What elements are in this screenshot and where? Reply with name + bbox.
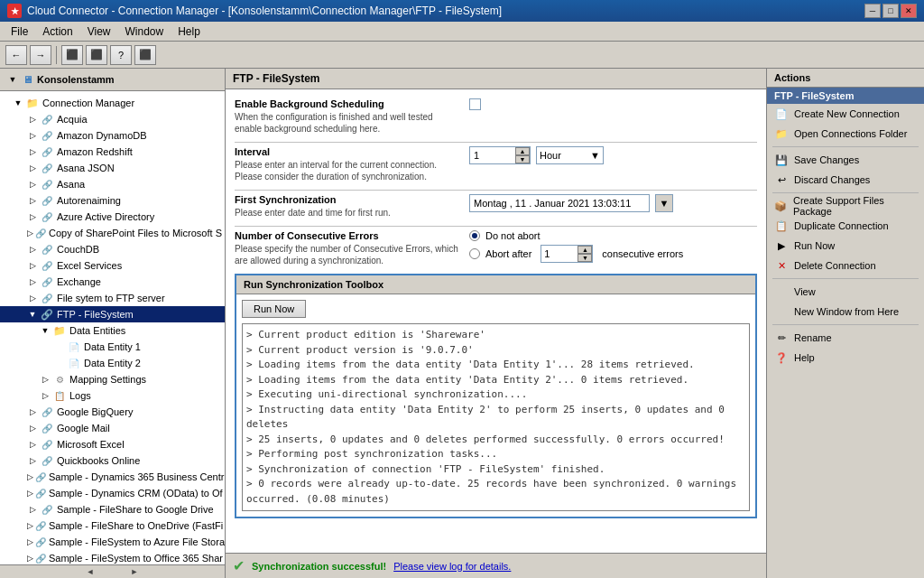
first-sync-hint: Please enter date and time for first run…	[235, 207, 460, 219]
action-help[interactable]: ❓ Help	[767, 348, 924, 368]
log-line-7: > Performing post synchronization tasks.…	[246, 447, 745, 462]
tree-item-logs[interactable]: ▷ 📋 Logs	[0, 387, 225, 404]
save-icon: 💾	[774, 153, 789, 167]
tree-item-data-entity-1[interactable]: 📄 Data Entity 1	[0, 339, 225, 355]
tree-item-connection-manager[interactable]: ▼ 📁 Connection Manager	[0, 95, 225, 111]
tree-item-autorename[interactable]: ▷ 🔗 Autorenaiming	[0, 192, 225, 209]
discard-icon: ↩	[774, 172, 789, 187]
menu-file[interactable]: File	[4, 23, 35, 40]
abort-after-radio[interactable]	[469, 248, 480, 259]
tree-item-sample-fileshare-onedrive[interactable]: ▷ 🔗 Sample - FileShare to OneDrive (Fast…	[0, 517, 225, 534]
tree-item-file-system-ftp[interactable]: ▷ 🔗 File sytem to FTP server	[0, 290, 225, 306]
menu-window[interactable]: Window	[118, 23, 171, 40]
bg-scheduling-section: Enable Background Scheduling When the co…	[235, 98, 757, 135]
toolbox-header: Run Synchronization Toolbox	[236, 275, 755, 294]
toolbar-btn-4[interactable]: ⬛	[134, 45, 156, 65]
tree-item-sample-dynamics365-bc[interactable]: ▷ 🔗 Sample - Dynamics 365 Business Centr	[0, 469, 225, 485]
toolbar-btn-1[interactable]: ⬛	[61, 45, 83, 65]
tree-item-google-bigquery[interactable]: ▷ 🔗 Google BigQuery	[0, 404, 225, 420]
menu-action[interactable]: Action	[35, 23, 79, 40]
abort-label-text: consecutive errors	[602, 248, 683, 259]
create-connection-label: Create New Connection	[794, 108, 900, 119]
action-open-connections-folder[interactable]: 📁 Open Connections Folder	[767, 124, 924, 144]
interval-spinner[interactable]: ▲ ▼	[515, 147, 530, 163]
tree-item-amazon-redshift[interactable]: ▷ 🔗 Amazon Redshift	[0, 144, 225, 160]
content-title: FTP - FileSystem	[226, 69, 766, 89]
action-create-new-connection[interactable]: 📄 Create New Connection	[767, 104, 924, 124]
interval-hint: Please enter an interval for the current…	[235, 159, 460, 182]
tree-item-couchdb[interactable]: ▷ 🔗 CouchDB	[0, 241, 225, 257]
close-button[interactable]: ✕	[901, 4, 917, 18]
abort-spinner[interactable]: ▲ ▼	[578, 246, 592, 262]
tree-item-excel-services[interactable]: ▷ 🔗 Excel Services	[0, 257, 225, 274]
minimize-button[interactable]: ─	[864, 4, 881, 18]
tree-root[interactable]: ▼ 🖥 Konsolenstamm	[5, 71, 219, 88]
cm-arrow: ▼	[13, 98, 23, 108]
content-panel: FTP - FileSystem Enable Background Sched…	[226, 69, 766, 578]
new-window-label: New Window from Here	[794, 306, 899, 317]
interval-value[interactable]: 1	[470, 147, 515, 163]
action-delete-connection[interactable]: ✕ Delete Connection	[767, 256, 924, 275]
maximize-button[interactable]: □	[882, 4, 899, 18]
view-log-link[interactable]: Please view log for details.	[393, 561, 511, 572]
action-discard-changes[interactable]: ↩ Discard Changes	[767, 170, 924, 190]
abort-down[interactable]: ▼	[578, 254, 592, 262]
tree-item-sample-filesystem-azure[interactable]: ▷ 🔗 Sample - FileSystem to Azure File St…	[0, 534, 225, 550]
tree-item-exchange[interactable]: ▷ 🔗 Exchange	[0, 274, 225, 290]
menu-view[interactable]: View	[80, 23, 118, 40]
duplicate-label: Duplicate Connection	[794, 220, 889, 231]
acquia-label: Acquia	[57, 114, 88, 125]
action-view[interactable]: View	[767, 282, 924, 302]
tree-item-sample-fileshare-google[interactable]: ▷ 🔗 Sample - FileShare to Google Drive	[0, 501, 225, 517]
consecutive-errors-hint: Please specify the number of Consecutive…	[235, 243, 460, 266]
actions-sep-3	[772, 278, 919, 279]
abort-up[interactable]: ▲	[578, 246, 592, 254]
tree-item-quickbooks[interactable]: ▷ 🔗 Quickbooks Online	[0, 452, 225, 469]
abort-after-option[interactable]: Abort after 1 ▲ ▼ consecutive errors	[469, 245, 683, 263]
window-controls: ─ □ ✕	[864, 4, 917, 18]
content-scroll: Enable Background Scheduling When the co…	[226, 89, 766, 578]
interval-down[interactable]: ▼	[515, 155, 530, 163]
rename-label: Rename	[794, 332, 832, 343]
do-not-abort-radio[interactable]	[469, 230, 480, 241]
toolbar-btn-2[interactable]: ⬛	[86, 45, 107, 65]
content-body: Enable Background Scheduling When the co…	[226, 89, 766, 553]
action-rename[interactable]: ✏ Rename	[767, 328, 924, 348]
bg-scheduling-checkbox[interactable]	[469, 98, 481, 110]
tree-item-asana[interactable]: ▷ 🔗 Asana	[0, 176, 225, 192]
tree-item-copy-sharepoint[interactable]: ▷ 🔗 Copy of SharePoint Files to Microsof…	[0, 225, 225, 241]
run-now-button[interactable]: Run Now	[242, 300, 306, 318]
view-icon	[774, 284, 789, 299]
tree-item-amazon-dynamodb[interactable]: ▷ 🔗 Amazon DynamoDB	[0, 127, 225, 144]
tree-item-mapping-settings[interactable]: ▷ ⚙ Mapping Settings	[0, 371, 225, 387]
back-button[interactable]: ←	[5, 45, 27, 65]
do-not-abort-dot	[472, 233, 477, 238]
tree-item-acquia[interactable]: ▷ 🔗 Acquia	[0, 111, 225, 127]
app-logo: ★	[7, 4, 22, 18]
abort-value[interactable]: 1	[541, 246, 578, 262]
support-files-icon: 📦	[774, 199, 788, 213]
first-sync-date-input[interactable]: Montag , 11 . Januar 2021 13:03:11	[469, 194, 650, 212]
tree-item-data-entities[interactable]: ▼ 📁 Data Entities	[0, 322, 225, 339]
menu-help[interactable]: Help	[171, 23, 208, 40]
action-save-changes[interactable]: 💾 Save Changes	[767, 150, 924, 170]
tree-item-data-entity-2[interactable]: 📄 Data Entity 2	[0, 355, 225, 371]
action-run-now[interactable]: ▶ Run Now	[767, 236, 924, 256]
do-not-abort-option[interactable]: Do not abort	[469, 230, 683, 241]
tree-item-microsoft-excel[interactable]: ▷ 🔗 Microsoft Excel	[0, 436, 225, 452]
tree-item-asana-json[interactable]: ▷ 🔗 Asana JSON	[0, 160, 225, 176]
action-support-files[interactable]: 📦 Create Support Files Package	[767, 196, 924, 216]
tree-item-sample-filesystem-o365[interactable]: ▷ 🔗 Sample - FileSystem to Office 365 Sh…	[0, 550, 225, 564]
interval-up[interactable]: ▲	[515, 147, 530, 155]
action-new-window[interactable]: New Window from Here	[767, 302, 924, 322]
action-duplicate-connection[interactable]: 📋 Duplicate Connection	[767, 216, 924, 236]
forward-button[interactable]: →	[30, 45, 51, 65]
tree-item-sample-dynamics-crm[interactable]: ▷ 🔗 Sample - Dynamics CRM (OData) to Of	[0, 485, 225, 501]
interval-unit-dropdown[interactable]: Hour ▼	[536, 146, 604, 164]
tree-item-azure-ad[interactable]: ▷ 🔗 Azure Active Directory	[0, 209, 225, 225]
toolbar-btn-3[interactable]: ?	[110, 45, 132, 65]
tree-item-google-mail[interactable]: ▷ 🔗 Google Mail	[0, 420, 225, 436]
tree-header: ▼ 🖥 Konsolenstamm	[0, 69, 225, 91]
tree-item-ftp-filesystem[interactable]: ▼ 🔗 FTP - FileSystem	[0, 306, 225, 322]
calendar-button[interactable]: ▼	[655, 194, 673, 212]
